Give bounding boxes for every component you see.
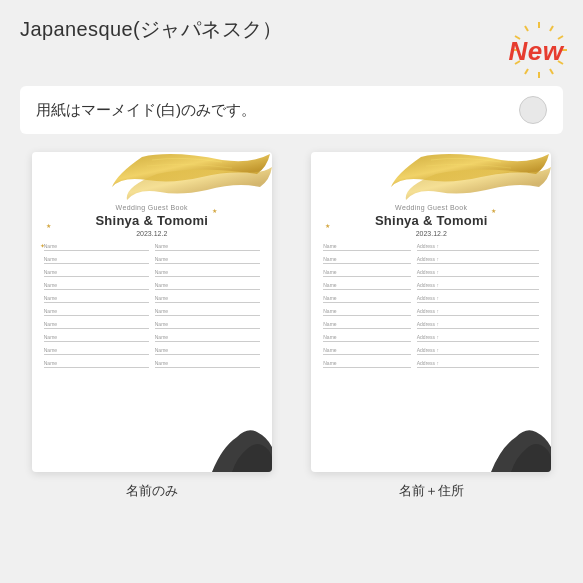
field-line	[323, 328, 411, 329]
card-label-2: 名前＋住所	[399, 482, 464, 500]
previews-container: ★ ★ ✦ Wedding Guest Book Shinya & Tomomi…	[20, 152, 563, 500]
field-line	[323, 289, 411, 290]
table-row: Name Name	[44, 334, 260, 342]
field-group: Name	[44, 347, 149, 355]
field-label: Name	[44, 256, 149, 262]
table-row: Name Address ↑	[323, 295, 539, 303]
field-label: Name	[155, 243, 260, 249]
field-group: Address ↑	[417, 308, 540, 316]
field-line	[323, 263, 411, 264]
field-group: Name	[44, 295, 149, 303]
card-names-1: Shinya & Tomomi	[95, 213, 208, 228]
field-line	[155, 341, 260, 342]
field-label: Name	[155, 282, 260, 288]
svg-line-7	[525, 69, 528, 74]
field-group: Name	[323, 360, 411, 368]
card-date-1: 2023.12.2	[136, 230, 167, 237]
field-label: Name	[323, 295, 411, 301]
field-label: Name	[44, 321, 149, 327]
field-line	[417, 302, 540, 303]
field-line	[323, 302, 411, 303]
field-label: Address ↑	[417, 269, 540, 275]
field-label: Name	[155, 308, 260, 314]
field-label: Address ↑	[417, 334, 540, 340]
table-row: Name Address ↑	[323, 360, 539, 368]
field-label: Address ↑	[417, 243, 540, 249]
page-title: Japanesque(ジャパネスク）	[20, 16, 283, 43]
field-line	[44, 276, 149, 277]
field-group: Address ↑	[417, 243, 540, 251]
field-label: Address ↑	[417, 347, 540, 353]
field-group: Name	[323, 295, 411, 303]
table-row: Name Address ↑	[323, 347, 539, 355]
field-label: Name	[323, 308, 411, 314]
table-row: Name Address ↑	[323, 321, 539, 329]
field-group: Address ↑	[417, 347, 540, 355]
field-label: Name	[44, 295, 149, 301]
info-text: 用紙はマーメイド(白)のみです。	[36, 101, 256, 120]
card-lines-2: Name Address ↑ Name	[311, 237, 551, 472]
field-line	[323, 367, 411, 368]
header: Japanesque(ジャパネスク）	[20, 16, 563, 74]
field-line	[417, 328, 540, 329]
field-line	[155, 302, 260, 303]
field-label: Name	[323, 360, 411, 366]
field-label: Name	[323, 243, 411, 249]
field-line	[155, 250, 260, 251]
table-row: Name Address ↑	[323, 308, 539, 316]
field-group: Address ↑	[417, 269, 540, 277]
table-row: Name Address ↑	[323, 256, 539, 264]
field-line	[44, 289, 149, 290]
card-lines-1: Name Name Name	[32, 237, 272, 472]
field-line	[323, 341, 411, 342]
field-label: Address ↑	[417, 295, 540, 301]
page-wrapper: Japanesque(ジャパネスク）	[0, 0, 583, 583]
field-group: Name	[155, 243, 260, 251]
field-label: Name	[44, 269, 149, 275]
field-line	[155, 328, 260, 329]
field-group: Address ↑	[417, 360, 540, 368]
field-group: Name	[44, 282, 149, 290]
table-row: Name Address ↑	[323, 282, 539, 290]
field-group: Name	[155, 256, 260, 264]
field-label: Address ↑	[417, 360, 540, 366]
field-group: Name	[323, 321, 411, 329]
field-line	[44, 302, 149, 303]
field-label: Address ↑	[417, 256, 540, 262]
field-label: Name	[44, 334, 149, 340]
field-group: Name	[155, 321, 260, 329]
field-line	[323, 354, 411, 355]
field-label: Name	[155, 321, 260, 327]
field-group: Name	[323, 347, 411, 355]
field-label: Name	[155, 269, 260, 275]
field-group: Name	[323, 269, 411, 277]
card-name-only: ★ ★ ✦ Wedding Guest Book Shinya & Tomomi…	[32, 152, 272, 472]
table-row: Name Name	[44, 282, 260, 290]
card-wrapper-2: ★ ★ Wedding Guest Book Shinya & Tomomi 2…	[300, 152, 564, 500]
field-label: Name	[155, 295, 260, 301]
field-line	[323, 276, 411, 277]
field-line	[417, 276, 540, 277]
field-line	[155, 263, 260, 264]
field-group: Address ↑	[417, 256, 540, 264]
info-bar: 用紙はマーメイド(白)のみです。	[20, 86, 563, 134]
field-group: Name	[155, 269, 260, 277]
field-group: Address ↑	[417, 321, 540, 329]
field-label: Name	[155, 360, 260, 366]
table-row: Name Name	[44, 347, 260, 355]
card-content-2: Wedding Guest Book Shinya & Tomomi 2023.…	[311, 152, 551, 472]
field-label: Name	[44, 282, 149, 288]
field-line	[44, 341, 149, 342]
field-group: Name	[323, 334, 411, 342]
field-line	[44, 367, 149, 368]
field-line	[44, 250, 149, 251]
field-group: Name	[44, 308, 149, 316]
field-label: Name	[155, 347, 260, 353]
field-line	[44, 354, 149, 355]
field-label: Address ↑	[417, 321, 540, 327]
field-group: Name	[44, 334, 149, 342]
field-line	[323, 250, 411, 251]
field-label: Name	[155, 256, 260, 262]
field-line	[155, 367, 260, 368]
field-line	[44, 315, 149, 316]
